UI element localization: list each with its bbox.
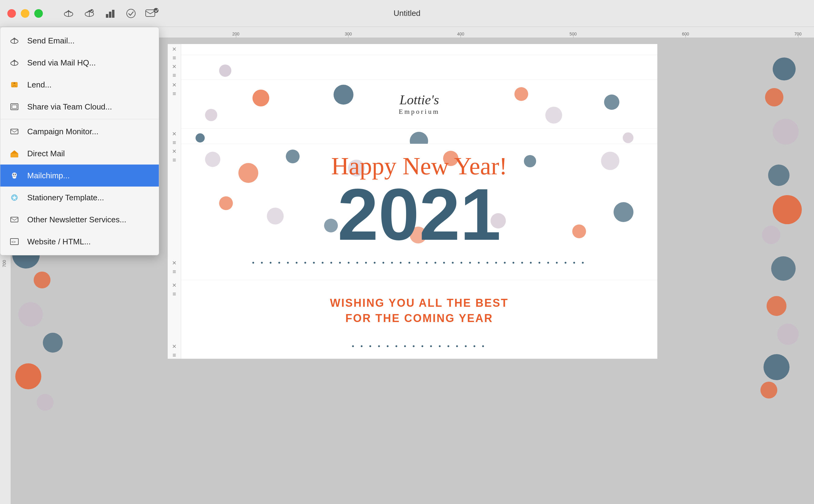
- section-close-3[interactable]: ✕: [172, 131, 176, 137]
- stationery-icon: [8, 191, 21, 204]
- menu-campaign-monitor-label: Campaign Monitor...: [27, 127, 98, 136]
- menu-send-mail-hq-label: Send via Mail HQ...: [27, 58, 96, 68]
- share-team-icon: [8, 100, 21, 113]
- send-icon[interactable]: [61, 6, 76, 21]
- wishing-content: WISHING YOU ALL THE BEST FOR THE COMING …: [181, 280, 657, 341]
- mailchimp-icon: [8, 169, 21, 182]
- section-dots-divider: ✕ ≡ ● ● ● ● ● ● ● ● ● ● ● ● ● ● ● ● ● ● …: [168, 258, 657, 275]
- section-menu-2[interactable]: ≡: [173, 72, 176, 79]
- svg-point-10: [154, 8, 158, 13]
- menu-direct-mail-label: Direct Mail: [27, 149, 65, 158]
- section-strip-3: ✕ ≡: [168, 129, 657, 146]
- menu-item-other-newsletter[interactable]: Other Newsletter Services...: [0, 209, 159, 231]
- newyear-section: ✕ ≡: [168, 146, 657, 258]
- dots-line-2: ● ● ● ● ● ● ● ● ● ● ● ● ● ● ● ●: [351, 343, 487, 348]
- svg-point-23: [13, 174, 14, 175]
- menu-item-mailchimp[interactable]: Mailchimp...: [0, 165, 159, 187]
- svg-point-24: [15, 174, 16, 175]
- close-button[interactable]: [7, 9, 16, 18]
- section-menu-dots[interactable]: ≡: [173, 268, 176, 275]
- lend-icon: [8, 78, 21, 91]
- menu-item-stationery[interactable]: Stationery Template...: [0, 187, 159, 209]
- maximize-button[interactable]: [34, 9, 43, 18]
- stats-icon[interactable]: [103, 6, 117, 21]
- svg-rect-6: [109, 12, 111, 18]
- direct-mail-icon: [8, 147, 21, 160]
- menu-website-html-label: Website / HTML...: [27, 237, 91, 246]
- newyear-content: Happy New Year! 2021: [181, 146, 657, 258]
- section-bottom-dots: ✕ ≡ ● ● ● ● ● ● ● ● ● ● ● ● ● ● ● ●: [168, 341, 657, 359]
- menu-item-direct-mail[interactable]: Direct Mail: [0, 143, 159, 165]
- section-strip-2: ✕ ≡: [168, 61, 657, 80]
- check-icon[interactable]: [124, 6, 138, 21]
- logo-line1: Lottie's: [399, 93, 440, 107]
- svg-point-16: [13, 82, 15, 84]
- window-title: Untitled: [393, 9, 421, 18]
- section-close-wishing[interactable]: ✕: [172, 282, 176, 289]
- minimize-button[interactable]: [21, 9, 29, 18]
- section-close-header[interactable]: ✕: [172, 82, 176, 88]
- toolbar: [61, 6, 159, 21]
- send-email-icon: [8, 34, 21, 47]
- traffic-lights: [7, 9, 43, 18]
- send-alt-icon[interactable]: [82, 6, 97, 21]
- menu-other-newsletter-label: Other Newsletter Services...: [27, 215, 126, 224]
- svg-rect-5: [106, 14, 108, 18]
- section-thin-strip: [168, 275, 657, 280]
- send-message-icon[interactable]: [144, 6, 159, 21]
- svg-point-8: [127, 9, 135, 18]
- section-close-1[interactable]: ✕: [172, 46, 176, 53]
- email-content-wrapper: ✕ ≡ ✕ ≡: [168, 44, 657, 359]
- menu-item-campaign-monitor[interactable]: Campaign Monitor...: [0, 120, 159, 143]
- section-menu-3[interactable]: ≡: [173, 139, 176, 146]
- titlebar: Untitled: [0, 0, 814, 27]
- section-menu-1[interactable]: ≡: [173, 54, 176, 61]
- menu-stationery-label: Stationery Template...: [27, 193, 104, 202]
- menu-mailchimp-label: Mailchimp...: [27, 171, 70, 180]
- menu-share-team-label: Share via Team Cloud...: [27, 102, 112, 112]
- year-text: 2021: [193, 183, 645, 246]
- dropdown-menu: Send Email... Send via Mail HQ...: [0, 27, 159, 255]
- section-menu-ny[interactable]: ≡: [173, 157, 176, 164]
- svg-rect-19: [11, 129, 18, 134]
- svg-rect-18: [12, 105, 17, 109]
- wishing-line1: WISHING YOU ALL THE BEST: [330, 295, 508, 311]
- menu-lend-label: Lend...: [27, 80, 52, 90]
- dots-line-1: ● ● ● ● ● ● ● ● ● ● ● ● ● ● ● ● ● ● ● ● …: [252, 260, 587, 265]
- menu-item-share-team[interactable]: Share via Team Cloud...: [0, 96, 159, 118]
- menu-item-lend[interactable]: Lend...: [0, 74, 159, 96]
- section-close-2[interactable]: ✕: [172, 63, 176, 70]
- section-menu-header[interactable]: ≡: [173, 90, 176, 97]
- logo-line2: Emporium: [399, 108, 440, 116]
- menu-item-send-email[interactable]: Send Email...: [0, 30, 159, 52]
- svg-rect-7: [112, 10, 114, 18]
- menu-item-send-mail-hq[interactable]: Send via Mail HQ...: [0, 52, 159, 74]
- section-menu-wishing[interactable]: ≡: [173, 291, 176, 298]
- wishing-line2: FOR THE COMING YEAR: [330, 311, 508, 326]
- svg-rect-9: [146, 10, 155, 17]
- section-close-ny[interactable]: ✕: [172, 148, 176, 155]
- website-html-icon: <>: [8, 235, 21, 248]
- menu-send-email-label: Send Email...: [27, 36, 75, 46]
- other-newsletter-icon: [8, 213, 21, 226]
- menu-item-website-html[interactable]: <> Website / HTML...: [0, 231, 159, 253]
- menu-divider-1: [0, 119, 159, 119]
- section-wishing: ✕ ≡ WISHING YOU ALL THE BEST FOR THE COM…: [168, 280, 657, 341]
- campaign-monitor-icon: [8, 125, 21, 138]
- svg-text:<>: <>: [11, 240, 16, 244]
- main-area: 100 200 300 400 500 600 700 800 900 1000: [0, 27, 814, 504]
- section-strip-1: ✕ ≡: [168, 44, 657, 61]
- section-close-bd[interactable]: ✕: [172, 343, 176, 350]
- section-menu-bd[interactable]: ≡: [173, 352, 176, 359]
- section-close-dots[interactable]: ✕: [172, 260, 176, 266]
- send-mail-hq-icon: [8, 56, 21, 69]
- header-section: ✕ ≡ Lottie's Emporium: [168, 80, 657, 129]
- svg-rect-27: [11, 217, 18, 222]
